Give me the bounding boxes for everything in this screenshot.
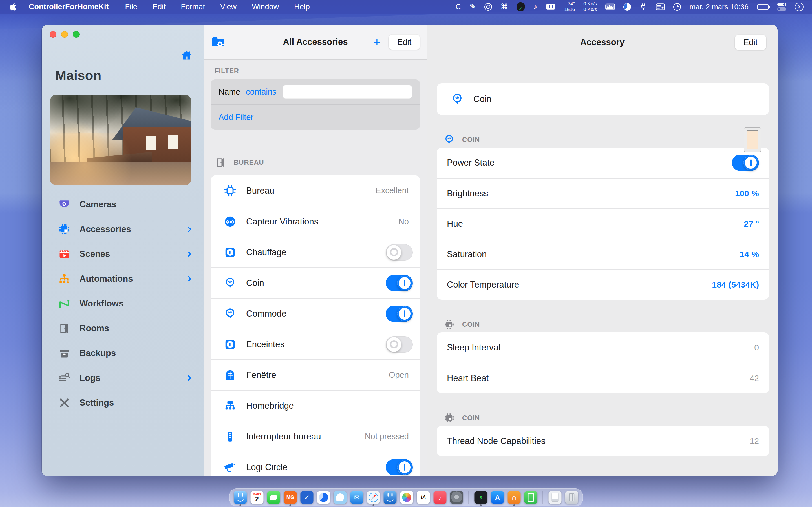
accessory-power-toggle[interactable] xyxy=(386,275,413,291)
accessory-row-name: Homebridge xyxy=(246,401,413,411)
close-window-button[interactable] xyxy=(50,31,56,38)
trash-dock-icon[interactable] xyxy=(565,491,578,504)
network-speed-widget[interactable]: 0 Ko/s0 Ko/s xyxy=(583,1,597,13)
app-menu-title[interactable]: ControllerForHomeKit xyxy=(29,3,109,11)
filter-operator-button[interactable]: contains xyxy=(246,87,276,97)
activity-graph-status-icon[interactable] xyxy=(605,3,615,10)
accessory-row-bureau[interactable]: BureauExcellent xyxy=(211,175,420,206)
accessory-row-coin[interactable]: Coin xyxy=(211,267,420,298)
characteristic-value[interactable]: 100 % xyxy=(735,189,759,198)
apple-menu-icon[interactable] xyxy=(8,2,18,11)
sidebar-item-accessories[interactable]: Accessories xyxy=(42,217,204,242)
accessory-power-toggle[interactable] xyxy=(386,336,413,353)
photos-dock-icon[interactable] xyxy=(400,491,413,504)
bridge-chip-icon xyxy=(223,184,237,197)
characteristic-value[interactable]: 184 (5434K) xyxy=(712,280,759,290)
things-dock-icon[interactable]: ✓ xyxy=(301,491,313,504)
disk-pie-status-icon[interactable] xyxy=(623,3,631,11)
timer-dock-icon[interactable] xyxy=(317,491,330,504)
home-photo[interactable] xyxy=(50,95,191,185)
add-filter-button[interactable]: Add Filter xyxy=(218,113,253,122)
sidebar-item-backups[interactable]: Backups xyxy=(42,341,204,365)
characteristic-value[interactable]: 14 % xyxy=(740,249,759,259)
accessories-list-panel: All Accessories + Edit FILTER Name conta… xyxy=(204,25,427,476)
menu-format[interactable]: Format xyxy=(181,3,205,11)
accessory-row-logi-circle[interactable]: Logi Circle xyxy=(211,452,420,476)
music-dock-icon[interactable]: ♪ xyxy=(434,491,447,504)
detail-edit-button[interactable]: Edit xyxy=(735,35,766,50)
accessory-power-toggle[interactable] xyxy=(386,305,413,322)
menu-clock[interactable]: mar. 2 mars 10:36 xyxy=(689,3,749,11)
menu-file[interactable]: File xyxy=(125,3,138,11)
messages-dock-icon[interactable] xyxy=(267,491,280,504)
accessory-row-capteur-vibrations[interactable]: Capteur VibrationsNo xyxy=(211,206,420,237)
list-edit-button[interactable]: Edit xyxy=(389,34,420,50)
dock-separator xyxy=(543,491,543,504)
running-indicator-dot xyxy=(240,504,241,506)
history-clock-status-icon[interactable] xyxy=(673,3,681,11)
accessory-row-commode[interactable]: Commode xyxy=(211,298,420,329)
accessory-summary-card[interactable]: Coin xyxy=(437,83,769,115)
command-status-icon[interactable]: ⌘ xyxy=(500,2,508,11)
ia-writer-dock-icon[interactable]: iA xyxy=(417,491,430,504)
device-link-dock-icon[interactable] xyxy=(524,491,538,504)
keyboard-status-icon[interactable] xyxy=(546,3,556,10)
preferences-dock-icon[interactable] xyxy=(450,491,463,504)
menu-help[interactable]: Help xyxy=(294,3,310,11)
app-store-dock-icon[interactable]: A xyxy=(491,491,504,504)
accessory-row-fen-tre[interactable]: FenêtreOpen xyxy=(211,359,420,390)
twitter-dock-icon[interactable] xyxy=(334,491,347,504)
control-center-chevron-icon[interactable]: › xyxy=(795,3,804,11)
accessory-row-homebridge[interactable]: Homebridge xyxy=(211,390,420,421)
sidebar-item-settings[interactable]: Settings xyxy=(42,390,204,415)
sidebar-item-rooms[interactable]: Rooms xyxy=(42,316,204,341)
toggle-knob xyxy=(387,245,401,260)
plug-status-icon[interactable] xyxy=(640,3,647,11)
mail-dock-icon[interactable]: ✉ xyxy=(350,491,363,504)
accessory-row-chauffage[interactable]: Chauffage xyxy=(211,237,420,267)
minimize-window-button[interactable] xyxy=(61,31,68,38)
sidebar-item-automations[interactable]: Automations xyxy=(42,267,204,291)
c-app-status-icon[interactable]: C xyxy=(456,3,461,11)
battery-status-icon[interactable]: ⚡ xyxy=(757,4,769,10)
menu-window[interactable]: Window xyxy=(252,3,279,11)
power-state-toggle[interactable] xyxy=(732,155,759,171)
characteristic-value[interactable]: 27 ° xyxy=(744,219,759,229)
weather-widget[interactable]: 74°1516 xyxy=(564,1,575,13)
sidebar-item-scenes[interactable]: Scenes xyxy=(42,242,204,267)
sidebar-item-cameras[interactable]: Cameras xyxy=(42,192,204,217)
sidebar-item-label: Settings xyxy=(80,398,192,408)
accessory-row-enceintes[interactable]: Enceintes xyxy=(211,329,420,359)
accessory-row-interrupteur-bureau[interactable]: Interrupteur bureauNot pressed xyxy=(211,421,420,452)
add-accessory-button[interactable]: + xyxy=(373,36,380,48)
terminal-dock-icon[interactable]: $ xyxy=(474,491,488,504)
home-icon[interactable] xyxy=(181,49,193,61)
filter-value-input[interactable] xyxy=(283,85,412,99)
mg-dock-icon[interactable]: MG xyxy=(284,491,297,504)
clipboard-status-icon[interactable] xyxy=(656,3,665,10)
service-section-header: COIN xyxy=(444,409,769,427)
accessory-power-toggle[interactable] xyxy=(386,459,413,475)
menu-edit[interactable]: Edit xyxy=(153,3,166,11)
finder-dock-icon[interactable] xyxy=(234,491,247,504)
menu-view[interactable]: View xyxy=(220,3,237,11)
controller-home-dock-icon[interactable]: ⌂ xyxy=(508,491,521,504)
power-status-icon[interactable] xyxy=(485,3,492,11)
safari-dock-icon[interactable] xyxy=(367,491,380,504)
toggle-knob xyxy=(397,306,412,321)
sidebar-item-workflows[interactable]: Workflows xyxy=(42,291,204,316)
toggles-status-icon[interactable] xyxy=(777,3,786,11)
vpn-blob-status-icon[interactable] xyxy=(516,2,525,11)
accessory-power-toggle[interactable] xyxy=(386,244,413,261)
color-well-button[interactable] xyxy=(744,127,761,152)
sidebar-item-label: Backups xyxy=(80,348,192,358)
finder-alt-dock-icon[interactable] xyxy=(384,491,397,504)
installer-dock-icon[interactable] xyxy=(549,491,562,504)
calendar-dock-icon[interactable]: MARS2 xyxy=(251,491,264,504)
sidebar-item-logs[interactable]: Logs xyxy=(42,365,204,390)
music-status-icon[interactable]: ♪ xyxy=(534,3,538,11)
pencil-status-icon[interactable]: ✎ xyxy=(469,2,476,11)
zoom-window-button[interactable] xyxy=(73,31,80,38)
sidebar-item-label: Logs xyxy=(80,373,187,383)
smart-group-folder-icon[interactable] xyxy=(211,35,225,49)
